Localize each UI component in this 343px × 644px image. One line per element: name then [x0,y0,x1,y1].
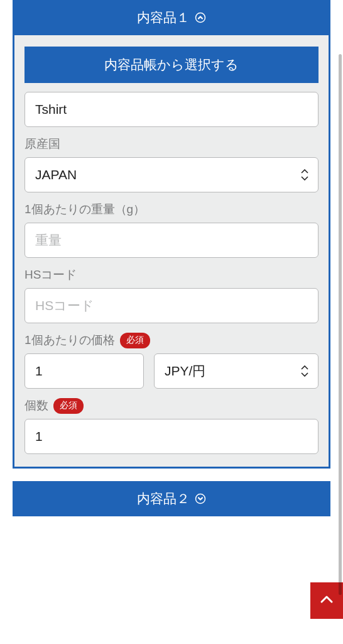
weight-input[interactable] [24,223,318,258]
quantity-label: 個数 [24,397,48,414]
chevron-up-icon [195,12,206,23]
item-name-row [24,92,318,127]
chevron-down-icon [195,493,206,504]
section-1-title: 内容品１ [137,9,190,26]
hs-code-label: HSコード [24,267,318,283]
origin-country-label: 原産国 [24,136,318,152]
section-2-title: 内容品２ [137,490,190,508]
price-label-wrap: 1個あたりの価格 必須 [24,332,318,348]
updown-icon [300,168,310,182]
currency-value[interactable] [154,353,318,389]
section-2-header[interactable]: 内容品２ [13,481,330,516]
page-scrollbar[interactable] [339,54,342,595]
section-1-header[interactable]: 内容品１ [13,0,330,35]
quantity-input[interactable] [24,419,318,454]
origin-country-select[interactable] [24,157,318,192]
origin-country-value[interactable] [24,157,318,192]
quantity-row: 個数 必須 [24,397,318,454]
section-1-body: 内容品帳から選択する 原産国 1個あたりの重量（g） HSコード [13,35,330,469]
origin-country-row: 原産国 [24,136,318,192]
weight-row: 1個あたりの重量（g） [24,201,318,258]
price-label: 1個あたりの価格 [24,332,115,348]
item-name-input[interactable] [24,92,318,127]
quantity-label-wrap: 個数 必須 [24,397,318,414]
hs-code-input[interactable] [24,288,318,323]
price-row-wrap: 1個あたりの価格 必須 [24,332,318,389]
weight-label: 1個あたりの重量（g） [24,201,318,218]
required-badge: 必須 [53,398,84,414]
updown-icon [300,364,310,378]
hs-code-row: HSコード [24,267,318,323]
currency-select[interactable] [154,353,318,389]
select-from-book-button[interactable]: 内容品帳から選択する [24,47,318,83]
select-from-book-label: 内容品帳から選択する [104,56,239,74]
chevron-up-icon [319,592,334,609]
required-badge: 必須 [120,333,150,348]
price-input[interactable] [24,353,144,389]
